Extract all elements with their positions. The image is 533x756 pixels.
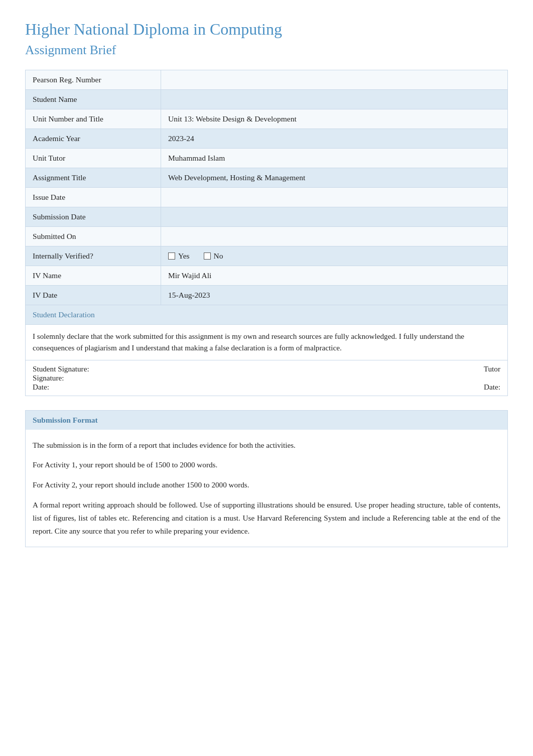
- date-label: Date:: [33, 383, 89, 392]
- verified-options: Yes No: [161, 246, 508, 266]
- table-row: Assignment Title Web Development, Hostin…: [26, 168, 508, 188]
- declaration-text: I solemnly declare that the work submitt…: [26, 325, 508, 360]
- student-signature-label: Student Signature:: [33, 364, 89, 373]
- submission-para-2: For Activity 1, your report should be of…: [33, 458, 500, 471]
- row-label: Unit Tutor: [26, 149, 161, 168]
- table-row: IV Date 15-Aug-2023: [26, 286, 508, 305]
- submission-para-1: The submission is in the form of a repor…: [33, 439, 500, 452]
- table-row: Submission Date: [26, 207, 508, 227]
- submission-section: Submission Format The submission is in t…: [25, 410, 508, 547]
- date-right-label: Date:: [484, 383, 500, 392]
- row-value: 2023-24: [161, 129, 508, 149]
- verified-label: Internally Verified?: [26, 246, 161, 266]
- table-row: Unit Tutor Muhammad Islam: [26, 149, 508, 168]
- submission-body: The submission is in the form of a repor…: [26, 430, 507, 547]
- declaration-header-row: Student Declaration: [26, 305, 508, 325]
- row-label: Submitted On: [26, 227, 161, 246]
- row-label: Submission Date: [26, 207, 161, 227]
- sub-title: Assignment Brief: [25, 43, 508, 58]
- table-row: Student Name: [26, 90, 508, 109]
- row-label: Pearson Reg. Number: [26, 70, 161, 90]
- row-label: Student Name: [26, 90, 161, 109]
- yes-label: Yes: [178, 251, 190, 261]
- iv-name-value: Mir Wajid Ali: [161, 266, 508, 286]
- row-value: Muhammad Islam: [161, 149, 508, 168]
- row-value: [161, 188, 508, 207]
- table-row: IV Name Mir Wajid Ali: [26, 266, 508, 286]
- table-row: Issue Date: [26, 188, 508, 207]
- row-label: Assignment Title: [26, 168, 161, 188]
- submission-para-4: A formal report writing approach should …: [33, 498, 500, 538]
- iv-name-label: IV Name: [26, 266, 161, 286]
- iv-date-value: 15-Aug-2023: [161, 286, 508, 305]
- info-table: Pearson Reg. Number Student Name Unit Nu…: [25, 70, 508, 396]
- signature-cell: Student Signature: Signature: Date: Tuto…: [26, 360, 508, 396]
- iv-date-label: IV Date: [26, 286, 161, 305]
- row-value: [161, 70, 508, 90]
- row-value: Web Development, Hosting & Management: [161, 168, 508, 188]
- main-title: Higher National Diploma in Computing: [25, 20, 508, 39]
- no-label: No: [214, 251, 223, 261]
- row-value: [161, 227, 508, 246]
- row-value: [161, 90, 508, 109]
- table-row: Unit Number and Title Unit 13: Website D…: [26, 109, 508, 129]
- row-label: Unit Number and Title: [26, 109, 161, 129]
- table-row: Submitted On: [26, 227, 508, 246]
- submission-para-3: For Activity 2, your report should inclu…: [33, 478, 500, 491]
- table-row: Academic Year 2023-24: [26, 129, 508, 149]
- row-value: [161, 207, 508, 227]
- submission-header: Submission Format: [26, 411, 507, 430]
- declaration-header-label: Student Declaration: [26, 305, 508, 325]
- table-row-verified: Internally Verified? Yes No: [26, 246, 508, 266]
- row-value: Unit 13: Website Design & Development: [161, 109, 508, 129]
- row-label: Academic Year: [26, 129, 161, 149]
- signature-row: Student Signature: Signature: Date: Tuto…: [26, 360, 508, 396]
- checkbox-no[interactable]: [204, 253, 211, 260]
- declaration-text-row: I solemnly declare that the work submitt…: [26, 325, 508, 360]
- table-row: Pearson Reg. Number: [26, 70, 508, 90]
- signature-label: Signature:: [33, 373, 89, 383]
- tutor-label: Tutor: [484, 364, 500, 373]
- checkbox-yes[interactable]: [168, 253, 175, 260]
- row-label: Issue Date: [26, 188, 161, 207]
